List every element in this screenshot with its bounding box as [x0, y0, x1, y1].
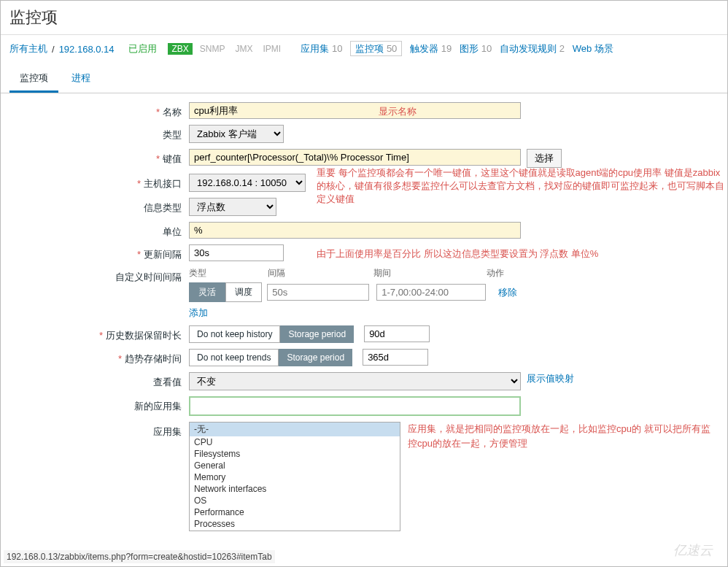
page-title: 监控项 [1, 1, 727, 35]
annotation-apps: 应用集，就是把相同的监控项放在一起，比如监控cpu的 就可以把所有监控cpu的放… [408, 422, 714, 450]
label-custom-intervals: 自定义时间间隔 [115, 271, 182, 282]
key-input[interactable] [189, 149, 521, 166]
tab-item[interactable]: 监控项 [9, 66, 58, 93]
no-trends-button[interactable]: Do not keep trends [189, 349, 279, 366]
badge-zbx[interactable]: ZBX [168, 43, 192, 55]
breadcrumb-sep: / [52, 44, 55, 55]
tabs: 监控项 进程 [1, 66, 727, 93]
interval-delay-input[interactable] [267, 284, 369, 301]
list-item[interactable]: Memory [190, 471, 400, 483]
no-history-button[interactable]: Do not keep history [189, 325, 280, 343]
list-item[interactable]: Performance [190, 506, 400, 518]
badge-enabled: 已启用 [128, 42, 157, 55]
ih-action: 动作 [487, 267, 523, 279]
label-type: 类型 [163, 129, 182, 140]
list-item[interactable]: General [190, 460, 400, 471]
list-item[interactable]: -无- [190, 423, 400, 436]
badge-snmp: SNMP [197, 43, 228, 55]
tab-process[interactable]: 进程 [61, 66, 101, 90]
trends-input[interactable] [363, 349, 428, 366]
list-item[interactable]: CPU [190, 436, 400, 448]
remove-link[interactable]: 移除 [498, 286, 517, 299]
footer-url: 192.168.0.13/zabbix/items.php?form=creat… [4, 550, 275, 563]
type-select[interactable]: Zabbix 客户端 [189, 125, 284, 143]
ih-period: 期间 [373, 267, 487, 279]
nav-apps[interactable]: 应用集 10 [301, 43, 342, 54]
badge-jmx: JMX [232, 43, 255, 55]
label-info-type: 信息类型 [144, 202, 182, 213]
list-item[interactable]: Processes [190, 518, 400, 530]
label-update-interval: 更新间隔 [144, 249, 182, 260]
nav-triggers[interactable]: 触发器 19 [410, 43, 452, 54]
info-type-select[interactable]: 浮点数 [189, 198, 276, 216]
show-value-select[interactable]: 不变 [189, 372, 521, 390]
nav-discovery[interactable]: 自动发现规则 2 [500, 43, 565, 54]
nav-graphs[interactable]: 图形 10 [460, 43, 492, 54]
list-item[interactable]: Filesystems [190, 448, 400, 460]
list-item[interactable]: OS [190, 495, 400, 506]
breadcrumb: 所有主机 / 192.168.0.14 已启用 ZBX SNMP JMX IPM… [1, 35, 727, 63]
label-name: 名称 [163, 107, 182, 117]
show-value-map-link[interactable]: 展示值映射 [527, 372, 574, 385]
nav-items[interactable]: 监控项 50 [350, 41, 402, 56]
breadcrumb-all-hosts[interactable]: 所有主机 [9, 42, 47, 55]
add-link[interactable]: 添加 [189, 307, 208, 318]
history-input[interactable] [364, 325, 430, 342]
annotation-name: 显示名称 [379, 105, 417, 118]
storage-period-history-button[interactable]: Storage period [280, 325, 354, 343]
host-interface-select[interactable]: 192.168.0.14 : 10050 [189, 174, 306, 192]
list-item[interactable]: Network interfaces [190, 483, 400, 495]
label-units: 单位 [163, 226, 182, 237]
label-history: 历史数据保留时长 [106, 330, 182, 341]
ih-interval: 间隔 [268, 267, 373, 279]
badge-ipmi: IPMI [260, 43, 284, 55]
label-new-app: 新的应用集 [134, 401, 182, 412]
name-input[interactable] [189, 102, 521, 119]
flex-button[interactable]: 灵活 [189, 282, 225, 302]
label-key: 键值 [163, 153, 182, 164]
label-trends: 趋势存储时间 [125, 353, 182, 364]
new-app-input[interactable] [189, 396, 521, 416]
ih-type: 类型 [189, 267, 268, 279]
select-button[interactable]: 选择 [527, 149, 562, 168]
interval-period-input[interactable] [376, 284, 486, 301]
units-input[interactable] [189, 222, 521, 239]
annotation-units: 由于上面使用率是百分比 所以这边信息类型要设置为 浮点数 单位% [317, 247, 598, 261]
apps-listbox[interactable]: -无-CPUFilesystemsGeneralMemoryNetwork in… [189, 422, 400, 531]
list-item[interactable]: Security [190, 530, 400, 531]
nav-web[interactable]: Web 场景 [573, 43, 613, 54]
label-show-value: 查看值 [153, 377, 182, 387]
update-interval-input[interactable] [189, 244, 284, 261]
watermark: 亿速云 [673, 541, 713, 559]
breadcrumb-ip[interactable]: 192.168.0.14 [59, 44, 115, 55]
storage-period-trends-button[interactable]: Storage period [279, 349, 352, 366]
label-host-interface: 主机接口 [144, 178, 182, 189]
label-apps: 应用集 [153, 426, 182, 437]
schedule-button[interactable]: 调度 [225, 282, 262, 302]
